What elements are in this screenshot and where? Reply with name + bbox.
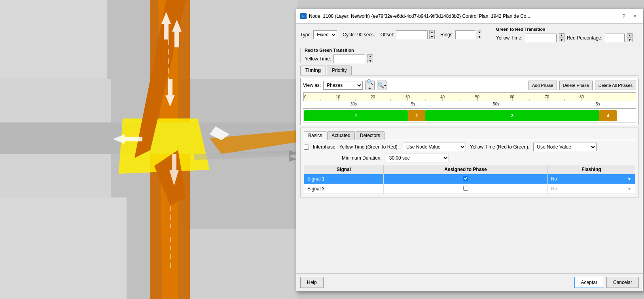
basics-row-2: Minimum Duration: 30.00 sec xyxy=(304,154,635,162)
green-to-red-group: Green to Red Transition Yellow Time: 0.0… xyxy=(492,27,633,42)
help-button[interactable]: Help xyxy=(300,277,324,288)
dialog-content: Type: Fixed Cycle: 90 secs. Offset: 0.00… xyxy=(296,24,643,273)
svg-rect-3 xyxy=(0,197,127,299)
type-combo[interactable]: Fixed xyxy=(313,30,337,39)
rtg-yellow-up[interactable]: ▲ xyxy=(367,54,373,58)
delete-all-phases-button[interactable]: Delete All Phases xyxy=(595,81,636,90)
title-bar-left: N Node: 1108 (Layer: Network) {ee79f32e-… xyxy=(300,13,530,19)
map-background xyxy=(0,0,297,299)
rtg-yellow-input[interactable]: 0.00 sec xyxy=(333,55,365,63)
delete-phase-button[interactable]: Delete Phase xyxy=(559,81,593,90)
cycle-group: Cycle: 90 secs. xyxy=(343,32,375,38)
rings-group: Rings: 1 ▲ ▼ xyxy=(440,30,482,39)
table-row[interactable]: Signal 3 No ▼ xyxy=(304,184,635,194)
title-icon: N xyxy=(300,13,307,19)
rings-up[interactable]: ▲ xyxy=(477,30,482,34)
svg-rect-1 xyxy=(0,0,107,79)
help-title-button[interactable]: ? xyxy=(620,12,628,20)
red-to-green-title: Red to Green Transition xyxy=(305,48,373,53)
table-row[interactable]: Signal 1 No ▼ xyxy=(304,174,635,184)
svg-text:4: 4 xyxy=(607,113,610,118)
gtr-yellow-label: Yellow Time: xyxy=(496,35,523,41)
red-pct-input[interactable]: 50 xyxy=(605,34,625,42)
top-controls-row: Type: Fixed Cycle: 90 secs. Offset: 0.00… xyxy=(300,27,639,63)
svg-text:30: 30 xyxy=(405,95,410,99)
basics-tab-actuated[interactable]: Actuated xyxy=(327,131,354,140)
dialog: N Node: 1108 (Layer: Network) {ee79f32e-… xyxy=(296,9,643,291)
min-duration-label: Minimum Duration: xyxy=(342,155,382,161)
offset-up[interactable]: ▲ xyxy=(429,30,435,34)
tab-priority[interactable]: Priority xyxy=(327,66,352,75)
rtg-yellow-down[interactable]: ▼ xyxy=(367,59,373,63)
yellow-gtr-combo[interactable]: Use Node Value xyxy=(403,143,466,151)
svg-text:80: 80 xyxy=(580,95,584,99)
type-label: Type: xyxy=(300,32,312,38)
red-pct-down[interactable]: ▼ xyxy=(627,38,633,42)
add-phase-button[interactable]: Add Phase xyxy=(528,81,557,90)
tab-timing[interactable]: Timing xyxy=(300,66,326,75)
duration-labels: 30s 5s 50s 5s xyxy=(303,101,636,108)
basics-tabs: Basics Actuated Detectors xyxy=(304,131,635,140)
yellow-rtg-label: Yellow Time (Red to Green): xyxy=(470,144,529,150)
signal-3-checkbox[interactable] xyxy=(463,186,468,191)
svg-text:2: 2 xyxy=(415,113,418,118)
view-controls: View as: Phases 🔍+ 🔍- Add Phase Delete P… xyxy=(303,81,636,90)
interphase-label: Interphase xyxy=(313,144,335,150)
offset-down[interactable]: ▼ xyxy=(429,35,435,39)
signal-1-checkbox[interactable] xyxy=(463,176,468,181)
rings-input[interactable]: 1 xyxy=(455,30,475,39)
col-signal: Signal xyxy=(304,165,384,174)
signal-1-assigned[interactable] xyxy=(384,174,548,184)
rings-label: Rings: xyxy=(440,32,454,38)
cancel-button[interactable]: Cancelar xyxy=(606,277,639,288)
signal-table: Signal Assigned to Phase Flashing Signal… xyxy=(304,165,635,194)
timeline-container: 0 10 20 30 40 50 60 70 xyxy=(303,92,636,122)
basics-panel: Basics Actuated Detectors Interphase Yel… xyxy=(300,128,639,197)
svg-text:50: 50 xyxy=(475,95,480,99)
min-duration-combo[interactable]: 30.00 sec xyxy=(386,154,449,162)
timeline-ruler: 0 10 20 30 40 50 60 70 xyxy=(303,92,636,101)
rings-down[interactable]: ▼ xyxy=(477,35,482,39)
interphase-checkbox[interactable] xyxy=(304,145,309,150)
accept-button[interactable]: Aceptar xyxy=(574,277,604,288)
offset-label: Offset: xyxy=(381,32,394,38)
zoom-out-button[interactable]: 🔍- xyxy=(377,81,386,90)
zoom-in-button[interactable]: 🔍+ xyxy=(365,81,375,90)
col-flashing: Flashing xyxy=(547,165,635,174)
svg-text:1: 1 xyxy=(355,113,357,118)
footer: Help Aceptar Cancelar xyxy=(296,273,643,291)
svg-text:20: 20 xyxy=(371,95,375,99)
svg-text:0: 0 xyxy=(304,95,307,99)
signal-1-name: Signal 1 xyxy=(304,174,384,184)
green-to-red-title: Green to Red Transition xyxy=(496,27,633,32)
svg-text:10: 10 xyxy=(336,95,341,99)
svg-text:40: 40 xyxy=(440,95,445,99)
close-button[interactable]: × xyxy=(631,12,639,20)
gtr-yellow-down[interactable]: ▼ xyxy=(559,38,564,42)
svg-rect-4 xyxy=(178,229,297,299)
red-to-green-group: Red to Green Transition Yellow Time: 0.0… xyxy=(300,48,373,63)
phase-bars: 1 2 3 4 xyxy=(303,108,636,122)
basics-row-1: Interphase Yellow Time (Green to Red): U… xyxy=(304,143,635,151)
signal-3-flashing[interactable]: No ▼ xyxy=(547,184,635,194)
offset-group: Offset: 0.00 sec ▲ ▼ xyxy=(381,30,435,39)
red-pct-label: Red Percentage: xyxy=(567,35,602,41)
gtr-yellow-up[interactable]: ▲ xyxy=(559,33,564,38)
cycle-label: Cycle: 90 secs. xyxy=(343,32,375,38)
basics-tab-basics[interactable]: Basics xyxy=(304,131,326,140)
view-as-label: View as: xyxy=(303,83,321,88)
type-group: Type: Fixed xyxy=(300,30,337,39)
signal-1-flashing[interactable]: No ▼ xyxy=(547,174,635,184)
title-bar-right: ? × xyxy=(620,12,639,20)
signal-3-name: Signal 3 xyxy=(304,184,384,194)
signal-3-assigned[interactable] xyxy=(384,184,548,194)
col-assigned: Assigned to Phase xyxy=(384,165,548,174)
view-as-combo[interactable]: Phases xyxy=(323,81,363,90)
yellow-rtg-combo[interactable]: Use Node Value xyxy=(533,143,597,151)
offset-input[interactable]: 0.00 sec xyxy=(396,30,428,39)
svg-text:60: 60 xyxy=(510,95,515,99)
gtr-yellow-input[interactable]: 0.00 sec xyxy=(525,34,557,42)
main-tabs: Timing Priority xyxy=(300,66,639,75)
red-pct-up[interactable]: ▲ xyxy=(627,33,633,38)
basics-tab-detectors[interactable]: Detectors xyxy=(356,131,385,140)
